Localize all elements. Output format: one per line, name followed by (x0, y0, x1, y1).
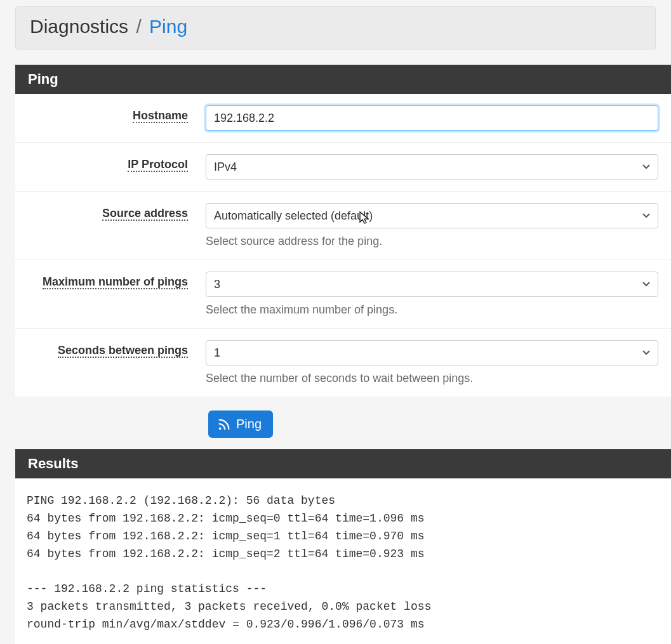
label-max-pings: Maximum number of pings (15, 272, 206, 317)
rss-icon (217, 417, 231, 431)
breadcrumb-separator: / (136, 16, 141, 37)
results-panel: Results PING 192.168.2.2 (192.168.2.2): … (15, 449, 671, 644)
panel-title: Ping (15, 65, 671, 94)
results-title: Results (15, 449, 671, 478)
label-seconds-between: Seconds between pings (15, 340, 206, 385)
svg-point-0 (219, 427, 222, 430)
row-hostname: Hostname (15, 94, 671, 143)
label-hostname: Hostname (15, 105, 206, 131)
ping-button-label: Ping (236, 417, 262, 431)
help-source-address: Select source address for the ping. (206, 235, 658, 248)
source-address-select[interactable]: Automatically selected (default) (206, 203, 658, 228)
row-source-address: Source address Automatically selected (d… (15, 192, 671, 260)
row-seconds-between: Seconds between pings 1 Select the numbe… (15, 329, 671, 397)
help-max-pings: Select the maximum number of pings. (206, 303, 658, 317)
row-ip-protocol: IP Protocol IPv4 (15, 143, 671, 192)
help-seconds-between: Select the number of seconds to wait bet… (206, 372, 658, 385)
label-ip-protocol: IP Protocol (15, 154, 206, 180)
breadcrumb-current[interactable]: Ping (149, 16, 187, 37)
breadcrumb: Diagnostics / Ping (15, 6, 656, 49)
ip-protocol-select[interactable]: IPv4 (206, 154, 658, 180)
seconds-between-select[interactable]: 1 (206, 340, 658, 365)
max-pings-select[interactable]: 3 (206, 272, 658, 297)
ping-button[interactable]: Ping (208, 411, 273, 438)
label-source-address: Source address (15, 203, 206, 248)
hostname-input[interactable] (206, 105, 658, 131)
row-max-pings: Maximum number of pings 3 Select the max… (15, 260, 671, 329)
ping-panel: Ping Hostname IP Protocol IPv4 Source ad… (15, 65, 671, 397)
results-output: PING 192.168.2.2 (192.168.2.2): 56 data … (15, 478, 671, 644)
actions: Ping (208, 411, 671, 438)
breadcrumb-parent[interactable]: Diagnostics (30, 16, 128, 37)
